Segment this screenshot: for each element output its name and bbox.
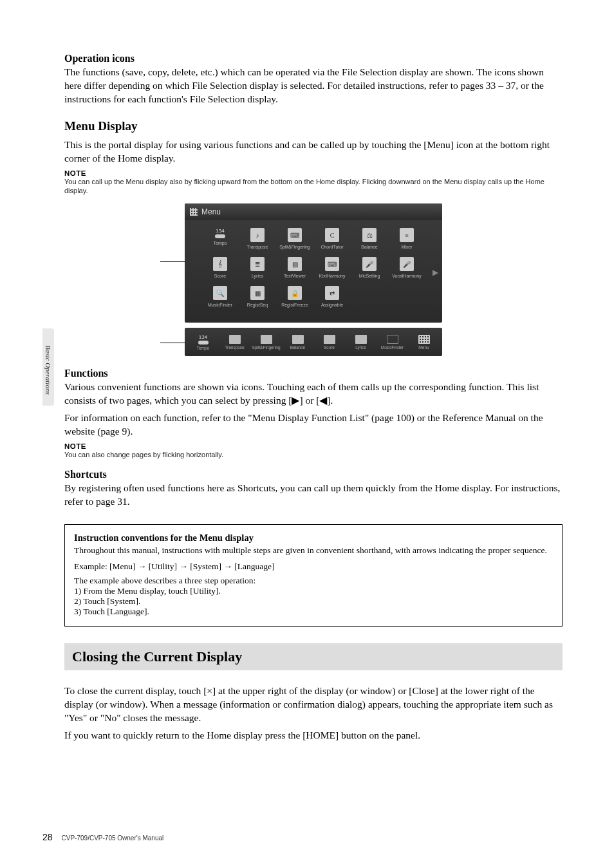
instruction-step-1: 1) From the Menu display, touch [Utility…: [74, 586, 553, 596]
functions-text-mid: ] or [: [299, 395, 319, 406]
tempo-value: 134: [216, 228, 224, 234]
shortcut-tempo-value: 134: [199, 334, 207, 340]
menu-item-registseq: ▦RegistSeq: [240, 286, 275, 307]
menu-item-label: Transpose: [247, 245, 268, 249]
menu-item-label: Lyrics: [252, 274, 263, 278]
note-text-1: You can call up the Menu display also by…: [64, 177, 563, 196]
menu-item-label: KbdHarmony: [319, 274, 346, 278]
split-icon: ⌨: [288, 228, 302, 242]
instruction-desc: The example above describes a three step…: [74, 576, 553, 586]
leader-line-shortcuts: [160, 343, 185, 343]
menu-item-label: Assignable: [321, 303, 343, 307]
shortcut-transpose: Transpose: [219, 335, 250, 350]
menu-display-intro: This is the portal display for using var…: [64, 138, 563, 165]
menu-item-mixer: ≡Mixer: [389, 228, 424, 249]
shortcut-split: Split&Fingering: [250, 335, 282, 350]
menu-item-label: ChordTutor: [321, 245, 343, 249]
menu-item-label: RegistSeq: [247, 303, 268, 307]
menu-item-label: VocalHarmony: [392, 274, 422, 278]
menu-item-vocal: 🎤VocalHarmony: [389, 257, 424, 278]
closing-heading: Closing the Current Display: [64, 643, 563, 670]
registfreeze-icon: 🔒: [288, 286, 302, 300]
menu-screenshot-header: Menu: [185, 203, 442, 220]
menu-item-transpose: ♪Transpose: [240, 228, 275, 249]
registseq-icon: ▦: [250, 286, 265, 300]
note-label-1: NOTE: [64, 169, 563, 177]
page-content: Operation icons The functions (save, cop…: [0, 0, 614, 772]
shortcut-label: Balance: [290, 345, 306, 350]
note-label-2: NOTE: [64, 442, 563, 450]
chord-icon: C: [325, 228, 339, 242]
lyrics-icon: ≣: [250, 257, 265, 271]
shortcut-tempo: 134 Tempo: [187, 334, 219, 350]
menu-item-label: TextViewer: [284, 274, 306, 278]
closing-para-1: To close the current display, touch [×] …: [64, 684, 563, 725]
shortcut-score-icon: [324, 335, 335, 344]
shortcut-label: Split&Fingering: [252, 345, 280, 350]
menu-item-mic: 🎤MicSetting: [352, 257, 387, 278]
kbd-icon: ⌨: [325, 257, 339, 271]
menu-item-label: Tempo: [213, 241, 227, 245]
operation-icons-text: The functions (save, copy, delete, etc.)…: [64, 66, 563, 106]
manual-title: CVP-709/CVP-705 Owner's Manual: [62, 835, 164, 842]
menu-item-lyrics: ≣Lyrics: [240, 257, 275, 278]
shortcut-split-icon: [261, 335, 272, 344]
shortcut-menu-icon: [418, 335, 430, 344]
leader-line-functions: [160, 261, 185, 262]
text-icon: ▤: [288, 257, 302, 271]
shortcut-score: Score: [313, 335, 345, 350]
menu-item-split: ⌨Split&Fingering: [277, 228, 312, 249]
shortcut-label: Lyrics: [355, 345, 366, 350]
vocal-icon: 🎤: [400, 257, 414, 271]
shortcut-musicfinder-icon: [387, 335, 398, 344]
menu-item-score: 𝄞Score: [203, 257, 237, 278]
menu-item-label: Score: [214, 274, 226, 278]
menu-item-label: Balance: [361, 245, 377, 249]
instruction-step-3: 3) Touch [Language].: [74, 607, 553, 617]
right-arrow-icon: ▶: [292, 394, 299, 408]
menu-item-textviewer: ▤TextViewer: [277, 257, 312, 278]
note-text-2: You can also change pages by flicking ho…: [64, 450, 563, 460]
menu-item-label: Split&Fingering: [279, 245, 310, 249]
functions-text-1: Various convenient functions are shown v…: [64, 381, 563, 408]
functions-text-end: ].: [327, 395, 333, 406]
menu-item-label: MicSetting: [359, 274, 380, 278]
menu-screenshot: Menu 134 Tempo ♪Transpose ⌨Split&Fingeri…: [185, 203, 442, 323]
menu-item-kbd: ⌨KbdHarmony: [315, 257, 349, 278]
mixer-icon: ≡: [400, 228, 414, 242]
sidebar-label: Basic Operations: [44, 345, 52, 395]
closing-para-2: If you want to quickly return to the Hom…: [64, 729, 563, 742]
menu-item-assignable: ⇄Assignable: [315, 286, 349, 307]
page-footer: 28 CVP-709/CVP-705 Owner's Manual: [42, 832, 163, 842]
instruction-title: Instruction conventions for the Menu dis…: [74, 533, 553, 543]
menu-item-tempo: 134 Tempo: [203, 228, 237, 249]
shortcut-menu: Menu: [408, 335, 440, 350]
shortcut-label: Score: [324, 345, 335, 350]
shortcut-label: Menu: [418, 345, 429, 350]
instruction-example: Example: [Menu] → [Utility] → [System] →…: [74, 561, 553, 572]
menu-grid-icon: [190, 208, 198, 216]
instruction-para: Throughout this manual, instructions wit…: [74, 545, 553, 556]
menu-screenshot-title: Menu: [201, 207, 221, 216]
shortcuts-heading: Shortcuts: [64, 469, 563, 480]
menu-row-3: 🔍MusicFinder ▦RegistSeq 🔒RegistFreeze ⇄A…: [185, 283, 442, 312]
operation-icons-heading: Operation icons: [64, 53, 563, 64]
menu-item-balance: ⚖Balance: [352, 228, 387, 249]
next-page-arrow-icon: ▶: [433, 268, 438, 278]
menu-item-registfreeze: 🔒RegistFreeze: [277, 286, 312, 307]
shortcut-musicfinder: MusicFinder: [377, 335, 408, 350]
mic-icon: 🎤: [362, 257, 377, 271]
shortcut-label: Tempo: [197, 346, 210, 350]
functions-text-2: For information on each function, refer …: [64, 411, 563, 439]
musicfinder-icon: 🔍: [213, 286, 227, 300]
shortcut-bar: 134 Tempo Transpose Split&Fingering Bala…: [185, 328, 442, 356]
shortcut-transpose-icon: [229, 335, 241, 344]
balance-icon: ⚖: [362, 228, 377, 242]
menu-item-label: RegistFreeze: [281, 303, 308, 307]
shortcut-lyrics-icon: [355, 335, 367, 344]
menu-row-1: 134 Tempo ♪Transpose ⌨Split&Fingering CC…: [185, 220, 442, 254]
left-arrow-icon: ◀: [319, 394, 327, 408]
functions-heading: Functions: [64, 368, 563, 379]
shortcut-balance: Balance: [282, 335, 313, 350]
menu-item-chord: CChordTutor: [315, 228, 349, 249]
